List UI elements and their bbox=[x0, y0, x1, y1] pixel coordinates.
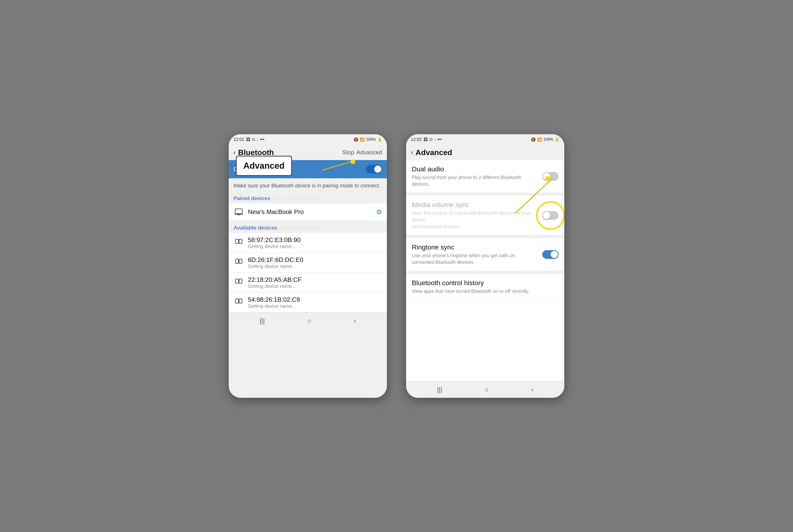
status-bar-left: 12:01 🖼 ⊙ ↓ ••• 🔇 📶 100% 🔋 bbox=[229, 134, 387, 145]
nav-recent-left[interactable]: ||| bbox=[260, 317, 265, 325]
nav-home-left[interactable]: ○ bbox=[307, 317, 311, 325]
setting-bt-history[interactable]: Bluetooth control history View apps that… bbox=[406, 274, 564, 300]
phone-right: 12:02 🖼 ⊙ ↓ ••• 🔇 📶 100% 🔋 ‹ Advanced Du… bbox=[406, 134, 564, 398]
available-section-label: Available devices · · · · · · · · · · · … bbox=[229, 221, 387, 233]
bluetooth-toggle[interactable] bbox=[366, 165, 382, 173]
device-icon-1 bbox=[233, 238, 244, 248]
settings-content: Dual audio Play sound from your phone to… bbox=[406, 160, 564, 381]
wifi-icon: 📶 bbox=[360, 137, 365, 142]
svg-rect-1 bbox=[235, 239, 239, 244]
device-name-2: 6D:26:1F:6D:DC:E0 bbox=[248, 256, 382, 264]
status-left: 12:01 🖼 ⊙ ↓ ••• bbox=[233, 137, 264, 142]
setting-ringtone-sync[interactable]: Ringtone sync Use your phone's ringtone … bbox=[406, 238, 564, 271]
device-svg-4 bbox=[234, 298, 243, 307]
device-row-3[interactable]: 22:18:20:A5:AB:CF Getting device name... bbox=[229, 273, 387, 292]
paired-device-row[interactable]: New's MacBook Pro ⚙ bbox=[229, 204, 387, 221]
advanced-button[interactable]: Advanced bbox=[357, 149, 382, 156]
device-sub-3: Getting device name... bbox=[248, 284, 382, 289]
device-info-3: 22:18:20:A5:AB:CF Getting device name... bbox=[248, 276, 382, 289]
annotation-dot-right bbox=[545, 176, 550, 181]
gear-icon[interactable]: ⚙ bbox=[376, 208, 382, 216]
status-right-right: 🔇 📶 100% 🔋 bbox=[531, 137, 560, 142]
paired-dots: · · · · · · · · · · · · · · · · bbox=[272, 196, 382, 201]
ringtone-sync-text: Ringtone sync Use your phone's ringtone … bbox=[412, 244, 539, 266]
device-row-2[interactable]: 6D:26:1F:6D:DC:E0 Getting device name... bbox=[229, 253, 387, 273]
bt-history-desc: View apps that have turned Bluetooth on … bbox=[412, 288, 559, 294]
dual-audio-title: Dual audio bbox=[412, 165, 539, 173]
nav-back-right[interactable]: ‹ bbox=[531, 386, 533, 394]
media-volume-desc: Sync the volume of connected Bluetooth d… bbox=[412, 210, 539, 230]
toggle-highlight-circle bbox=[536, 201, 564, 230]
laptop-svg bbox=[234, 208, 243, 216]
page-title-right: Advanced bbox=[415, 148, 560, 157]
battery-right: 100% bbox=[544, 137, 553, 141]
device-icon-4 bbox=[233, 297, 244, 308]
bottom-nav-right: ||| ○ ‹ bbox=[406, 381, 564, 398]
device-sub-1: Getting device name... bbox=[248, 244, 382, 249]
back-button-left[interactable]: ‹ bbox=[233, 149, 235, 156]
status-bar-right: 12:02 🖼 ⊙ ↓ ••• 🔇 📶 100% 🔋 bbox=[406, 134, 564, 145]
dual-audio-toggle[interactable] bbox=[542, 172, 559, 181]
nav-recent-right[interactable]: ||| bbox=[437, 386, 442, 394]
hint-text: Make sure your Bluetooth device is in pa… bbox=[229, 178, 387, 191]
svg-rect-0 bbox=[235, 209, 242, 213]
dual-audio-text: Dual audio Play sound from your phone to… bbox=[412, 165, 539, 187]
divider-3 bbox=[406, 271, 564, 274]
media-volume-title: Media volume sync bbox=[412, 201, 539, 209]
mute-icon-right: 🔇 bbox=[531, 137, 536, 142]
device-icon-3 bbox=[233, 277, 244, 288]
time-right: 12:02 bbox=[411, 137, 422, 142]
svg-rect-2 bbox=[239, 239, 242, 244]
device-sub-2: Getting device name... bbox=[248, 264, 382, 269]
device-info-2: 6D:26:1F:6D:DC:E0 Getting device name... bbox=[248, 256, 382, 269]
bt-history-text: Bluetooth control history View apps that… bbox=[412, 279, 559, 294]
paired-section-label: Paired devices · · · · · · · · · · · · ·… bbox=[229, 191, 387, 204]
device-row-4[interactable]: 54:98:26:1B:02:C9 Getting device name... bbox=[229, 292, 387, 312]
device-sub-4: Getting device name... bbox=[248, 303, 382, 309]
back-button-right[interactable]: ‹ bbox=[411, 149, 413, 156]
svg-rect-10 bbox=[235, 299, 239, 303]
status-right-left: 🔇 📶 100% 🔋 bbox=[354, 137, 382, 142]
device-row-1[interactable]: 58:97:2C:E3:0B:90 Getting device name... bbox=[229, 233, 387, 253]
stop-button[interactable]: Stop bbox=[342, 149, 354, 156]
svg-rect-4 bbox=[235, 259, 239, 263]
device-info-1: 58:97:2C:E3:0B:90 Getting device name... bbox=[248, 236, 382, 249]
macbook-info: New's MacBook Pro bbox=[248, 208, 372, 216]
device-info-4: 54:98:26:1B:02:C9 Getting device name... bbox=[248, 296, 382, 309]
header-right: ‹ Advanced bbox=[406, 145, 564, 160]
divider-1 bbox=[406, 193, 564, 196]
media-volume-toggle-container bbox=[542, 211, 559, 220]
ringtone-sync-toggle[interactable] bbox=[542, 250, 559, 259]
device-icon-2 bbox=[233, 258, 244, 268]
ringtone-sync-desc: Use your phone's ringtone when you get c… bbox=[412, 252, 539, 266]
nav-home-right[interactable]: ○ bbox=[485, 386, 489, 394]
setting-dual-audio[interactable]: Dual audio Play sound from your phone to… bbox=[406, 160, 564, 193]
time-left: 12:01 bbox=[233, 137, 244, 142]
available-dots: · · · · · · · · · · · · · · bbox=[279, 226, 382, 230]
status-left-right: 12:02 🖼 ⊙ ↓ ••• bbox=[411, 137, 442, 142]
annotation-dot-left bbox=[351, 159, 355, 164]
nav-back-left[interactable]: ‹ bbox=[354, 317, 356, 325]
svg-rect-8 bbox=[239, 279, 242, 283]
setting-media-volume: Media volume sync Sync the volume of con… bbox=[406, 196, 564, 235]
advanced-callout: Advanced bbox=[236, 156, 292, 176]
device-name-4: 54:98:26:1B:02:C9 bbox=[248, 296, 382, 303]
paired-label-text: Paired devices bbox=[233, 195, 270, 202]
macbook-name: New's MacBook Pro bbox=[248, 208, 372, 216]
svg-rect-5 bbox=[239, 259, 242, 263]
battery-left: 100% bbox=[366, 137, 376, 141]
macbook-icon bbox=[233, 207, 244, 217]
dual-audio-desc: Play sound from your phone to 2 differen… bbox=[412, 174, 539, 187]
battery-icon-left: 🔋 bbox=[377, 137, 382, 142]
device-svg-3 bbox=[234, 278, 243, 287]
device-name-1: 58:97:2C:E3:0B:90 bbox=[248, 236, 382, 244]
ringtone-sync-title: Ringtone sync bbox=[412, 244, 539, 251]
svg-rect-11 bbox=[239, 299, 242, 303]
device-name-3: 22:18:20:A5:AB:CF bbox=[248, 276, 382, 284]
device-svg-2 bbox=[234, 258, 243, 267]
device-svg-1 bbox=[234, 239, 243, 247]
bt-history-title: Bluetooth control history bbox=[412, 279, 559, 287]
available-label-text: Available devices bbox=[233, 225, 277, 231]
status-icons-right: 🖼 ⊙ ↓ ••• bbox=[423, 137, 442, 142]
page-title-left: Bluetooth bbox=[238, 148, 340, 157]
